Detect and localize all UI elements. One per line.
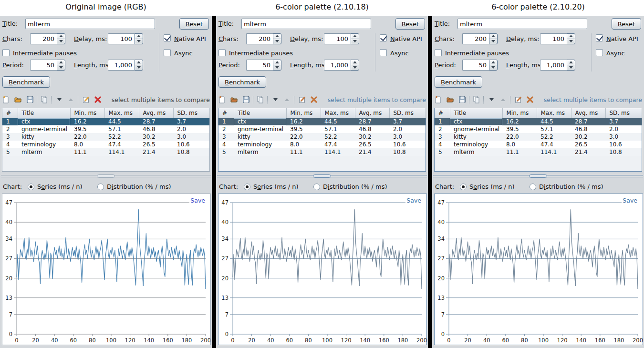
length-stepper[interactable]: [108, 60, 143, 71]
move-down-icon[interactable]: [271, 95, 280, 104]
cell-num[interactable]: 3: [435, 133, 450, 141]
cell-title[interactable]: mlterm: [450, 148, 502, 156]
spin-up-icon[interactable]: [57, 60, 65, 65]
native-api-label[interactable]: Native API: [174, 35, 206, 42]
col-sd[interactable]: SD, ms: [605, 108, 642, 118]
series-radio[interactable]: [28, 184, 34, 190]
spin-down-icon[interactable]: [135, 65, 143, 71]
cell-num[interactable]: 5: [218, 148, 234, 156]
cell-avg[interactable]: 28.7: [355, 118, 389, 125]
period-stepper[interactable]: [30, 60, 65, 71]
cell-title[interactable]: mlterm: [234, 148, 286, 156]
cell-avg[interactable]: 30.2: [355, 133, 389, 141]
reset-button[interactable]: Reset: [179, 18, 209, 30]
splitter-handle[interactable]: [433, 174, 643, 178]
cell-sd[interactable]: 3.0: [605, 133, 642, 141]
series-radio-label[interactable]: Series (ms / n): [469, 183, 515, 190]
cell-max[interactable]: 52.2: [104, 133, 139, 141]
edit-icon[interactable]: [82, 95, 91, 104]
intermediate-pauses-checkbox[interactable]: [2, 49, 10, 56]
cell-min[interactable]: 11.1: [70, 148, 104, 156]
cell-sd[interactable]: 10.6: [605, 141, 642, 148]
benchmark-button[interactable]: Benchmark: [2, 76, 50, 88]
table-row[interactable]: 5 mlterm 11.1 114.1 21.4 10.8: [435, 148, 642, 156]
intermediate-pauses-label[interactable]: Intermediate pauses: [229, 50, 293, 57]
distribution-radio[interactable]: [530, 184, 536, 190]
delay-input[interactable]: [540, 33, 567, 44]
duplicate-icon[interactable]: [256, 95, 265, 104]
table-row[interactable]: 2 gnome-terminal 39.5 57.1 46.8 2.0: [2, 125, 209, 133]
cell-title[interactable]: gnome-terminal: [450, 125, 502, 133]
chars-input[interactable]: [246, 33, 273, 44]
distribution-radio-label[interactable]: Distribution (% / ms): [323, 183, 387, 190]
col-num[interactable]: #: [218, 108, 234, 118]
spin-up-icon[interactable]: [567, 34, 575, 39]
series-radio-label[interactable]: Series (ms / n): [253, 183, 299, 190]
cell-sd[interactable]: 3.7: [605, 118, 642, 125]
chars-input[interactable]: [30, 33, 57, 44]
cell-num[interactable]: 1: [435, 118, 450, 125]
open-icon[interactable]: [230, 95, 239, 104]
async-checkbox[interactable]: [380, 49, 387, 56]
delay-stepper[interactable]: [108, 33, 143, 44]
length-input[interactable]: [108, 60, 135, 71]
period-input[interactable]: [246, 60, 273, 71]
save-icon[interactable]: [26, 95, 34, 104]
reset-button[interactable]: Reset: [612, 18, 641, 30]
table-row[interactable]: 5 mlterm 11.1 114.1 21.4 10.8: [218, 148, 426, 156]
cell-avg[interactable]: 21.4: [571, 148, 605, 156]
delete-icon[interactable]: [526, 95, 534, 104]
col-title[interactable]: Title: [450, 108, 502, 118]
cell-avg[interactable]: 26.5: [355, 141, 389, 148]
cell-min[interactable]: 39.5: [502, 125, 537, 133]
reset-button[interactable]: Reset: [395, 18, 425, 30]
save-chart-link[interactable]: Save: [622, 197, 638, 204]
distribution-radio[interactable]: [313, 184, 320, 190]
period-stepper[interactable]: [462, 60, 498, 71]
cell-title[interactable]: kitty: [450, 133, 502, 141]
native-api-label[interactable]: Native API: [390, 35, 422, 42]
save-chart-link[interactable]: Save: [189, 197, 206, 204]
table-row[interactable]: 4 terminology 8.0 47.4 26.5 10.6: [435, 141, 642, 148]
spin-down-icon[interactable]: [567, 65, 575, 71]
cell-max[interactable]: 52.2: [537, 133, 571, 141]
duplicate-icon[interactable]: [40, 95, 49, 104]
cell-sd[interactable]: 10.6: [173, 141, 209, 148]
cell-title[interactable]: kitty: [234, 133, 286, 141]
move-down-icon[interactable]: [55, 95, 64, 104]
splitter-handle[interactable]: [1, 174, 211, 178]
cell-sd[interactable]: 3.0: [389, 133, 426, 141]
distribution-radio-label[interactable]: Distribution (% / ms): [539, 183, 603, 190]
cell-sd[interactable]: 10.8: [605, 148, 642, 156]
cell-title[interactable]: kitty: [18, 133, 70, 141]
cell-max[interactable]: 57.1: [321, 125, 355, 133]
series-radio-label[interactable]: Series (ms / n): [37, 183, 83, 190]
spin-down-icon[interactable]: [135, 39, 143, 44]
spin-up-icon[interactable]: [273, 34, 281, 39]
async-label[interactable]: Async: [606, 50, 625, 57]
move-up-icon[interactable]: [67, 95, 75, 104]
cell-num[interactable]: 2: [2, 125, 18, 133]
cell-num[interactable]: 4: [2, 141, 18, 148]
cell-avg[interactable]: 28.7: [571, 118, 605, 125]
distribution-radio-label[interactable]: Distribution (% / ms): [107, 183, 171, 190]
delete-icon[interactable]: [310, 95, 318, 104]
cell-title[interactable]: terminology: [234, 141, 286, 148]
table-row[interactable]: 2 gnome-terminal 39.5 57.1 46.8 2.0: [218, 125, 426, 133]
native-api-checkbox[interactable]: [380, 34, 387, 41]
col-max[interactable]: Max, ms: [537, 108, 571, 118]
splitter-grip[interactable]: [529, 174, 547, 178]
cell-min[interactable]: 39.5: [286, 125, 321, 133]
col-avg[interactable]: Avg, ms: [139, 108, 173, 118]
spin-up-icon[interactable]: [489, 60, 497, 65]
cell-max[interactable]: 114.1: [537, 148, 571, 156]
cell-num[interactable]: 5: [2, 148, 18, 156]
cell-sd[interactable]: 3.7: [389, 118, 426, 125]
save-chart-link[interactable]: Save: [405, 197, 422, 204]
col-title[interactable]: Title: [18, 108, 70, 118]
cell-max[interactable]: 47.4: [537, 141, 571, 148]
cell-max[interactable]: 52.2: [321, 133, 355, 141]
cell-sd[interactable]: 2.0: [173, 125, 209, 133]
chars-input[interactable]: [462, 33, 489, 44]
spin-down-icon[interactable]: [489, 65, 497, 71]
